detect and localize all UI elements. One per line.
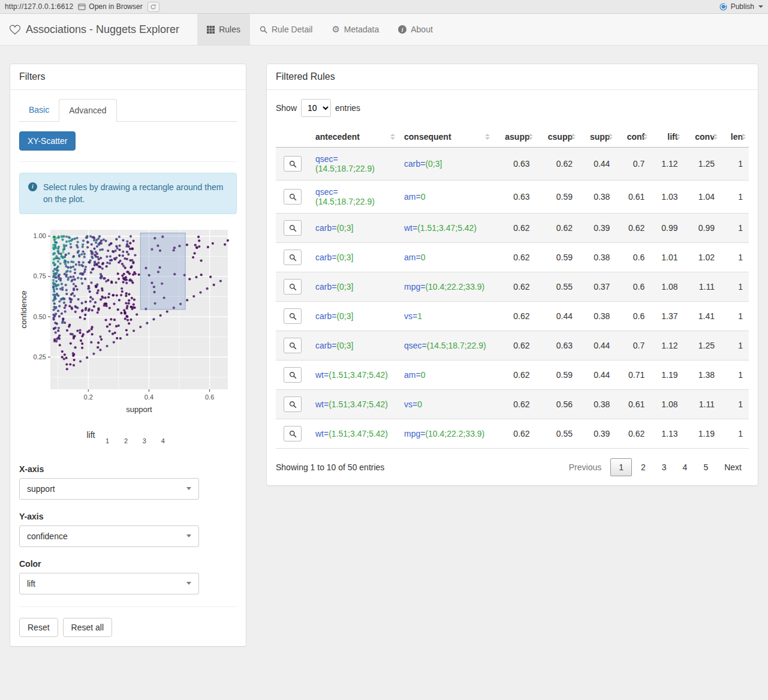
tab-rules[interactable]: Rules [197,14,250,45]
sort-icon[interactable] [643,134,647,140]
supp-cell: 0.44 [579,360,616,390]
inspect-rule-button[interactable] [284,220,302,236]
csupp-cell: 0.44 [536,302,579,331]
inspect-rule-button[interactable] [284,426,302,441]
inspect-rule-button[interactable] [284,156,302,172]
page-button-2[interactable]: 2 [634,458,653,476]
x-axis-select[interactable]: support [19,478,199,500]
supp-cell: 0.39 [579,419,616,449]
column-header-asupp[interactable]: asupp [493,127,536,148]
page-length-select[interactable]: 10 [301,99,331,117]
inspect-rule-button[interactable] [284,189,302,205]
rule-row: carb=(0;3]wt=(1.51;3.47;5.42)0.620.620.3… [276,214,749,243]
rule-row: qsec=(14.5;18.7;22.9)am=00.630.590.380.6… [276,181,749,214]
column-header-consequent[interactable]: consequent [398,127,493,148]
reset-all-button[interactable]: Reset all [63,618,112,637]
tab-rule-detail[interactable]: Rule Detail [250,14,322,45]
lift-cell: 1.12 [650,331,683,360]
magnifier-icon [289,193,297,201]
inspect-rule-button[interactable] [284,367,302,383]
item-attribute: carb= [315,282,336,292]
reload-icon [150,4,156,10]
scatter-plot[interactable]: 0.20.40.60.250.500.751.00supportconfiden… [19,226,237,419]
svg-text:confidence: confidence [19,290,28,328]
antecedent-cell: carb=(0;3] [309,302,398,331]
reload-button[interactable] [147,2,159,12]
item-attribute: am= [404,253,421,262]
asupp-cell: 0.62 [493,390,536,419]
item-attribute: carb= [404,159,425,169]
sort-icon[interactable] [608,134,613,140]
inspect-rule-button[interactable] [284,396,302,412]
y-axis-group: Y-axis confidence [19,512,237,547]
scatter-plot-svg[interactable]: 0.20.40.60.250.500.751.00supportconfiden… [19,226,233,417]
column-header-conf[interactable]: conf [616,127,650,148]
column-header-conv[interactable]: conv [683,127,721,148]
previous-page-button[interactable]: Previous [562,458,609,476]
consequent-cell: vs=1 [398,302,493,331]
consequent-cell: mpg=(10.4;22.2;33.9) [398,272,493,302]
page-button-3[interactable]: 3 [655,458,674,476]
len-cell: 1 [721,272,749,302]
column-header-lift[interactable]: lift [650,127,683,148]
next-page-button[interactable]: Next [717,458,749,476]
tab-about[interactable]: i About [388,14,442,45]
lift-cell: 1.03 [650,181,683,214]
app-title: Associations - Nuggets Explorer [26,23,179,36]
inspect-rule-button[interactable] [284,338,302,353]
sort-icon[interactable] [571,134,576,140]
column-header-supp[interactable]: supp [579,127,616,148]
supp-cell: 0.38 [579,390,616,419]
sort-icon[interactable] [676,134,680,140]
x-axis-value: support [27,484,55,494]
svg-text:0.75: 0.75 [34,272,46,280]
tab-advanced[interactable]: Advanced [59,99,116,122]
inspect-rule-button[interactable] [284,308,302,324]
asupp-cell: 0.62 [493,272,536,302]
asupp-cell: 0.63 [493,181,536,214]
item-value: (10.4;22.2;33.9) [425,429,484,438]
supp-cell: 0.37 [579,272,616,302]
xy-scatter-button[interactable]: XY-Scatter [19,131,76,151]
browser-toolbar: http://127.0.0.1:6612 Open in Browser Pu… [0,0,768,14]
tab-basic[interactable]: Basic [19,99,59,122]
supp-cell: 0.39 [579,214,616,243]
open-in-browser-button[interactable]: Open in Browser [78,2,142,11]
item-attribute: wt= [315,399,329,409]
svg-text:0.2: 0.2 [84,393,93,401]
supp-cell: 0.38 [579,181,616,214]
page-button-1[interactable]: 1 [610,458,632,476]
tab-metadata[interactable]: ⚙ Metadata [322,14,388,45]
sort-icon[interactable] [485,134,490,140]
consequent-cell: carb=(0;3] [398,148,493,181]
column-label: consequent [404,132,451,142]
chevron-down-icon [186,582,191,585]
antecedent-cell: wt=(1.51;3.47;5.42) [309,360,398,390]
publish-button[interactable]: Publish [719,2,763,11]
color-group: Color lift [19,559,237,594]
tab-rules-label: Rules [219,25,240,34]
inspect-rule-button[interactable] [284,279,302,295]
color-label: Color [19,559,237,569]
len-cell: 1 [721,331,749,360]
svg-text:1.00: 1.00 [34,232,46,239]
supp-cell: 0.44 [579,148,616,181]
page-button-5[interactable]: 5 [696,458,715,476]
color-value: lift [27,579,35,588]
sort-icon[interactable] [390,134,395,140]
column-header-antecedent[interactable]: antecedent [309,127,398,148]
y-axis-select[interactable]: confidence [19,525,199,547]
sort-icon[interactable] [528,134,533,140]
magnifier-icon [289,401,297,408]
address-url: http://127.0.0.1:6612 [5,2,73,11]
sort-icon[interactable] [713,134,718,140]
color-select[interactable]: lift [19,573,199,594]
reset-button[interactable]: Reset [19,618,58,637]
lift-cell: 1.12 [650,148,683,181]
column-header-len[interactable]: len [721,127,749,148]
inspect-rule-button[interactable] [284,250,302,265]
sort-icon[interactable] [741,134,746,140]
table-footer: Showing 1 to 10 of 50 entries Previous12… [276,458,749,476]
page-button-4[interactable]: 4 [676,458,695,476]
column-header-csupp[interactable]: csupp [536,127,579,148]
